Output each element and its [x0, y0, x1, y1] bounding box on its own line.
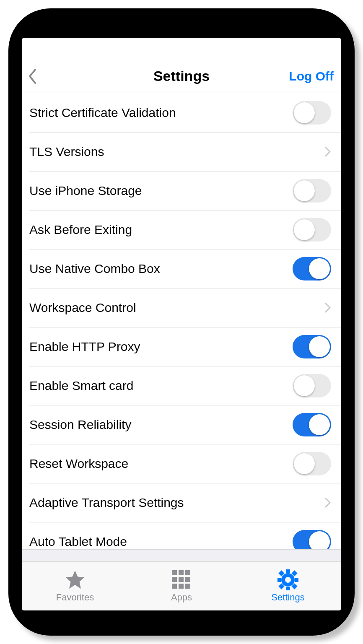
tab-label: Favorites [56, 592, 94, 603]
toggle-knob [309, 336, 330, 357]
svg-rect-10 [295, 578, 298, 582]
settings-row-tls-versions[interactable]: TLS Versions [22, 132, 341, 171]
chevron-right-icon [324, 146, 331, 158]
settings-row-iphone-storage: Use iPhone Storage [22, 171, 341, 210]
svg-rect-2 [185, 570, 190, 575]
settings-row-label: Reset Workspace [29, 457, 128, 471]
settings-row-label: Ask Before Exiting [29, 223, 132, 237]
settings-row-session-rel: Session Reliability [22, 405, 341, 444]
device-frame: Settings Log Off Strict Certificate Vali… [8, 8, 355, 636]
settings-row-ask-exit: Ask Before Exiting [22, 210, 341, 249]
settings-row-smartcard: Enable Smart card [22, 366, 341, 405]
list-footer-gap [22, 549, 341, 562]
toggle-native-combo[interactable] [293, 257, 331, 280]
settings-row-label: Adaptive Transport Settings [29, 496, 184, 510]
star-icon [65, 569, 86, 590]
svg-rect-16 [286, 569, 290, 573]
logoff-button[interactable]: Log Off [289, 69, 335, 83]
svg-rect-14 [277, 578, 281, 582]
toggle-knob [309, 258, 330, 279]
settings-row-strict-cert: Strict Certificate Validation [22, 93, 341, 132]
toggle-knob [294, 102, 315, 123]
settings-list: Strict Certificate ValidationTLS Version… [22, 93, 341, 549]
settings-row-workspace-ctl[interactable]: Workspace Control [22, 288, 341, 327]
tab-favorites[interactable]: Favorites [22, 562, 128, 610]
toggle-iphone-storage[interactable] [293, 179, 331, 203]
svg-rect-6 [172, 584, 177, 589]
toggle-knob [294, 180, 315, 201]
status-bar-spacer [22, 38, 341, 60]
settings-row-reset-ws: Reset Workspace [22, 444, 341, 483]
navbar: Settings Log Off [22, 60, 341, 93]
settings-row-label: Use iPhone Storage [29, 184, 142, 198]
settings-row-label: Strict Certificate Validation [29, 106, 176, 120]
svg-rect-8 [185, 584, 190, 589]
tab-apps[interactable]: Apps [128, 562, 235, 610]
tab-label: Apps [171, 592, 192, 603]
tab-label: Settings [271, 592, 305, 603]
settings-row-label: Enable Smart card [29, 379, 133, 393]
toggle-session-rel[interactable] [293, 413, 331, 436]
settings-row-label: TLS Versions [29, 145, 104, 159]
toggle-http-proxy[interactable] [293, 335, 331, 358]
settings-row-label: Use Native Combo Box [29, 262, 160, 276]
toggle-smartcard[interactable] [293, 374, 331, 397]
tab-settings[interactable]: Settings [235, 562, 341, 610]
toggle-reset-ws[interactable] [293, 452, 331, 475]
toggle-strict-cert[interactable] [293, 101, 331, 125]
tab-bar: FavoritesAppsSettings [22, 562, 341, 610]
toggle-knob [309, 531, 330, 550]
grid-icon [172, 569, 191, 590]
toggle-ask-exit[interactable] [293, 218, 331, 242]
screen: Settings Log Off Strict Certificate Vali… [22, 38, 341, 610]
toggle-knob [294, 219, 315, 240]
chevron-left-icon [28, 68, 37, 84]
svg-rect-4 [179, 577, 184, 582]
toggle-knob [294, 453, 315, 474]
svg-rect-1 [179, 570, 184, 575]
gear-icon [277, 569, 298, 590]
settings-row-auto-tablet: Auto Tablet Mode [22, 522, 341, 549]
settings-row-native-combo: Use Native Combo Box [22, 249, 341, 288]
back-button[interactable] [28, 68, 49, 84]
svg-rect-5 [185, 577, 190, 582]
svg-rect-12 [286, 587, 290, 590]
settings-row-http-proxy: Enable HTTP Proxy [22, 327, 341, 366]
toggle-auto-tablet[interactable] [293, 530, 331, 550]
chevron-right-icon [324, 497, 331, 509]
settings-row-label: Session Reliability [29, 418, 131, 432]
svg-point-18 [285, 577, 291, 583]
chevron-right-icon [324, 302, 331, 314]
toggle-knob [294, 375, 315, 396]
settings-row-label: Enable HTTP Proxy [29, 340, 140, 354]
settings-row-adaptive-trans[interactable]: Adaptive Transport Settings [22, 483, 341, 522]
svg-rect-0 [172, 570, 177, 575]
toggle-knob [309, 414, 330, 435]
svg-rect-3 [172, 577, 177, 582]
svg-rect-7 [179, 584, 184, 589]
settings-row-label: Auto Tablet Mode [29, 535, 127, 549]
settings-row-label: Workspace Control [29, 301, 136, 315]
